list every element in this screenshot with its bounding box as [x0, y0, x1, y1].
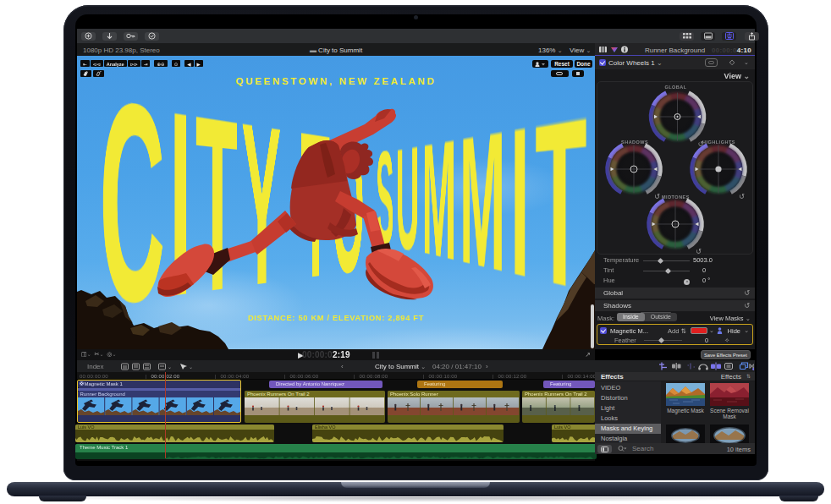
svg-text:⌄: ⌄: [168, 364, 172, 370]
svg-text:⌄: ⌄: [189, 364, 193, 370]
